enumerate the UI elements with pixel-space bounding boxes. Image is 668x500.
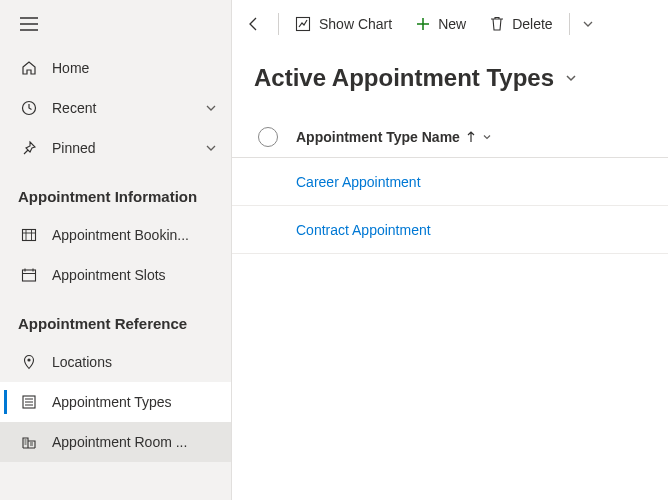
svg-rect-2 [23,270,36,281]
sidebar-item-label: Appointment Room ... [52,434,217,450]
sidebar-item-home[interactable]: Home [0,48,231,88]
sidebar-item-recent[interactable]: Recent [0,88,231,128]
sidebar-item-label: Appointment Slots [52,267,217,283]
table-row[interactable]: Career Appointment [232,158,668,206]
sidebar-item-label: Recent [52,100,205,116]
home-icon [20,59,38,77]
back-button[interactable] [236,6,272,42]
record-link[interactable]: Contract Appointment [288,222,431,238]
plus-icon [416,17,430,31]
sidebar-item-appointment-bookings[interactable]: Appointment Bookin... [0,215,231,255]
select-all-checkbox[interactable] [258,127,278,147]
sidebar-item-label: Appointment Types [52,394,217,410]
new-button[interactable]: New [406,6,476,42]
new-label: New [438,16,466,32]
chevron-down-icon [205,142,217,154]
sort-ascending-icon [466,131,476,143]
calendar-icon [20,266,38,284]
sidebar-item-label: Home [52,60,217,76]
svg-point-3 [27,358,30,361]
sidebar-item-appointment-types[interactable]: Appointment Types [0,382,231,422]
pin-icon [20,139,38,157]
clock-icon [20,99,38,117]
delete-button[interactable]: Delete [480,6,562,42]
list-icon [20,393,38,411]
record-link[interactable]: Career Appointment [288,174,421,190]
sidebar-item-pinned[interactable]: Pinned [0,128,231,168]
main-area: Show Chart New Delete Active Appointment… [232,0,668,500]
view-title: Active Appointment Types [254,64,554,92]
section-header-appointment-reference: Appointment Reference [0,295,231,342]
location-pin-icon [20,353,38,371]
chevron-down-icon [205,102,217,114]
section-header-appointment-information: Appointment Information [0,168,231,215]
sidebar-item-label: Locations [52,354,217,370]
building-icon [20,433,38,451]
column-header-name[interactable]: Appointment Type Name [288,129,492,145]
view-selector-chevron-icon[interactable] [564,71,578,85]
calendar-grid-icon [20,226,38,244]
sidebar: Home Recent Pinned Appointment Informati… [0,0,232,500]
trash-icon [490,16,504,32]
divider [569,13,570,35]
column-header-label: Appointment Type Name [296,129,460,145]
sidebar-item-label: Appointment Bookin... [52,227,217,243]
show-chart-label: Show Chart [319,16,392,32]
chart-icon [295,16,311,32]
svg-rect-1 [23,230,36,241]
command-bar: Show Chart New Delete [232,0,668,48]
divider [278,13,279,35]
show-chart-button[interactable]: Show Chart [285,6,402,42]
delete-label: Delete [512,16,552,32]
sidebar-item-appointment-slots[interactable]: Appointment Slots [0,255,231,295]
hamburger-icon[interactable] [20,15,38,33]
table-row[interactable]: Contract Appointment [232,206,668,254]
sidebar-item-label: Pinned [52,140,205,156]
sidebar-item-appointment-room[interactable]: Appointment Room ... [0,422,231,462]
sidebar-item-locations[interactable]: Locations [0,342,231,382]
column-menu-chevron-icon[interactable] [482,132,492,142]
table-header-row: Appointment Type Name [232,116,668,158]
delete-split-button[interactable] [576,6,600,42]
